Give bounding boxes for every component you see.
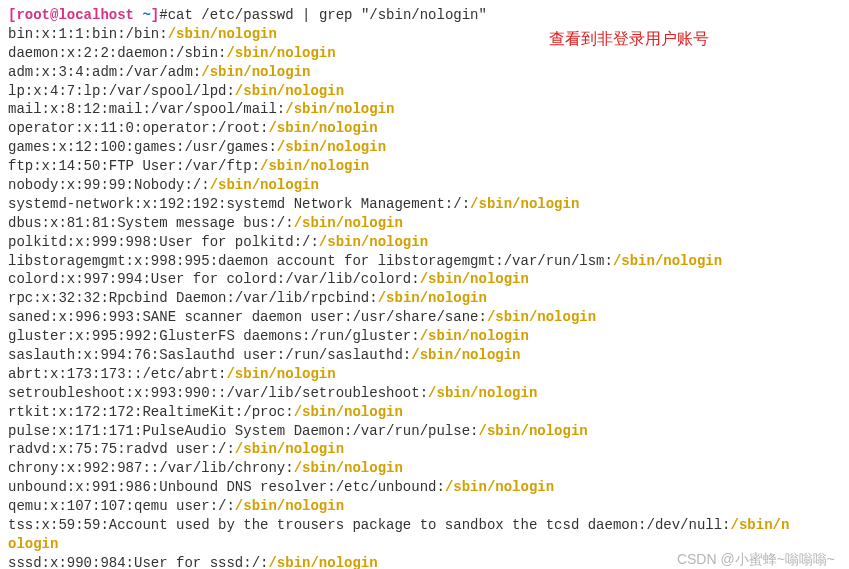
nologin-token: /sbin/nologin — [428, 385, 537, 401]
line-prefix: rpc:x:32:32:Rpcbind Daemon:/var/lib/rpcb… — [8, 290, 378, 306]
line-prefix: polkitd:x:999:998:User for polkitd:/: — [8, 234, 319, 250]
output-line: polkitd:x:999:998:User for polkitd:/:/sb… — [8, 233, 841, 252]
nologin-token: /sbin/nologin — [420, 328, 529, 344]
line-prefix: adm:x:3:4:adm:/var/adm: — [8, 64, 201, 80]
nologin-token: /sbin/nologin — [470, 196, 579, 212]
prompt-line: [root@localhost ~]#cat /etc/passwd | gre… — [8, 6, 841, 25]
annotation-text: 查看到非登录用户账号 — [549, 28, 709, 50]
line-prefix: pulse:x:171:171:PulseAudio System Daemon… — [8, 423, 478, 439]
output-line: sssd:x:990:984:User for sssd:/:/sbin/nol… — [8, 554, 841, 569]
nologin-token: /sbin/nologin — [487, 309, 596, 325]
prompt-user-host: root@localhost — [16, 7, 142, 23]
line-prefix: saslauth:x:994:76:Saslauthd user:/run/sa… — [8, 347, 411, 363]
output-line: gluster:x:995:992:GlusterFS daemons:/run… — [8, 327, 841, 346]
line-prefix: setroubleshoot:x:993:990::/var/lib/setro… — [8, 385, 428, 401]
output-line: rpc:x:32:32:Rpcbind Daemon:/var/lib/rpcb… — [8, 289, 841, 308]
nologin-token: /sbin/nologin — [285, 101, 394, 117]
output-line: colord:x:997:994:User for colord:/var/li… — [8, 270, 841, 289]
nologin-token: /sbin/nologin — [411, 347, 520, 363]
nologin-token: /sbin/nologin — [260, 158, 369, 174]
nologin-token: /sbin/nologin — [378, 290, 487, 306]
output-line: setroubleshoot:x:993:990::/var/lib/setro… — [8, 384, 841, 403]
nologin-token: /sbin/n — [731, 517, 790, 533]
line-prefix: radvd:x:75:75:radvd user:/: — [8, 441, 235, 457]
output-line: operator:x:11:0:operator:/root:/sbin/nol… — [8, 119, 841, 138]
output-line: ftp:x:14:50:FTP User:/var/ftp:/sbin/nolo… — [8, 157, 841, 176]
line-prefix: abrt:x:173:173::/etc/abrt: — [8, 366, 226, 382]
output-line: radvd:x:75:75:radvd user:/:/sbin/nologin — [8, 440, 841, 459]
line-prefix: libstoragemgmt:x:998:995:daemon account … — [8, 253, 613, 269]
nologin-token: /sbin/nologin — [235, 83, 344, 99]
nologin-token: /sbin/nologin — [294, 215, 403, 231]
nologin-token: /sbin/nologin — [268, 555, 377, 569]
nologin-token: /sbin/nologin — [235, 441, 344, 457]
nologin-token: /sbin/nologin — [210, 177, 319, 193]
prompt-cwd: ~ — [142, 7, 150, 23]
output-line: rtkit:x:172:172:RealtimeKit:/proc:/sbin/… — [8, 403, 841, 422]
line-prefix: ftp:x:14:50:FTP User:/var/ftp: — [8, 158, 260, 174]
line-prefix: gluster:x:995:992:GlusterFS daemons:/run… — [8, 328, 420, 344]
nologin-token: /sbin/nologin — [319, 234, 428, 250]
line-prefix: daemon:x:2:2:daemon:/sbin: — [8, 45, 226, 61]
nologin-token: /sbin/nologin — [268, 120, 377, 136]
output-line: libstoragemgmt:x:998:995:daemon account … — [8, 252, 841, 271]
output-line: saned:x:996:993:SANE scanner daemon user… — [8, 308, 841, 327]
line-prefix: chrony:x:992:987::/var/lib/chrony: — [8, 460, 294, 476]
output-line: nobody:x:99:99:Nobody:/:/sbin/nologin — [8, 176, 841, 195]
line-prefix: sssd:x:990:984:User for sssd:/: — [8, 555, 268, 569]
output-line: dbus:x:81:81:System message bus:/:/sbin/… — [8, 214, 841, 233]
line-prefix: operator:x:11:0:operator:/root: — [8, 120, 268, 136]
line-prefix: rtkit:x:172:172:RealtimeKit:/proc: — [8, 404, 294, 420]
output-line: systemd-network:x:192:192:systemd Networ… — [8, 195, 841, 214]
line-prefix: saned:x:996:993:SANE scanner daemon user… — [8, 309, 487, 325]
line-prefix: unbound:x:991:986:Unbound DNS resolver:/… — [8, 479, 445, 495]
nologin-token: /sbin/nologin — [168, 26, 277, 42]
line-prefix: dbus:x:81:81:System message bus:/: — [8, 215, 294, 231]
terminal-output: [root@localhost ~]#cat /etc/passwd | gre… — [8, 6, 841, 569]
line-prefix: nobody:x:99:99:Nobody:/: — [8, 177, 210, 193]
line-prefix: qemu:x:107:107:qemu user:/: — [8, 498, 235, 514]
command-text: cat /etc/passwd | grep "/sbin/nologin" — [168, 7, 487, 23]
line-prefix: mail:x:8:12:mail:/var/spool/mail: — [8, 101, 285, 117]
line-prefix: colord:x:997:994:User for colord:/var/li… — [8, 271, 420, 287]
nologin-token: /sbin/nologin — [235, 498, 344, 514]
output-line: abrt:x:173:173::/etc/abrt:/sbin/nologin — [8, 365, 841, 384]
line-prefix: systemd-network:x:192:192:systemd Networ… — [8, 196, 470, 212]
line-prefix: bin:x:1:1:bin:/bin: — [8, 26, 168, 42]
nologin-token: /sbin/nologin — [478, 423, 587, 439]
output-line: unbound:x:991:986:Unbound DNS resolver:/… — [8, 478, 841, 497]
output-line: qemu:x:107:107:qemu user:/:/sbin/nologin — [8, 497, 841, 516]
line-prefix: games:x:12:100:games:/usr/games: — [8, 139, 277, 155]
prompt-hash: # — [159, 7, 167, 23]
output-line: pulse:x:171:171:PulseAudio System Daemon… — [8, 422, 841, 441]
prompt-close-bracket: ] — [151, 7, 159, 23]
nologin-token: /sbin/nologin — [277, 139, 386, 155]
nologin-token: /sbin/nologin — [226, 45, 335, 61]
output-line: mail:x:8:12:mail:/var/spool/mail:/sbin/n… — [8, 100, 841, 119]
output-line: chrony:x:992:987::/var/lib/chrony:/sbin/… — [8, 459, 841, 478]
output-line-wrap: ologin — [8, 535, 841, 554]
nologin-token: /sbin/nologin — [226, 366, 335, 382]
nologin-token: /sbin/nologin — [613, 253, 722, 269]
nologin-token: /sbin/nologin — [294, 404, 403, 420]
output-line: games:x:12:100:games:/usr/games:/sbin/no… — [8, 138, 841, 157]
nologin-token: /sbin/nologin — [420, 271, 529, 287]
output-line: saslauth:x:994:76:Saslauthd user:/run/sa… — [8, 346, 841, 365]
output-line: tss:x:59:59:Account used by the trousers… — [8, 516, 841, 535]
nologin-token: /sbin/nologin — [294, 460, 403, 476]
nologin-token: ologin — [8, 536, 58, 552]
nologin-token: /sbin/nologin — [445, 479, 554, 495]
line-prefix: lp:x:4:7:lp:/var/spool/lpd: — [8, 83, 235, 99]
output-line: lp:x:4:7:lp:/var/spool/lpd:/sbin/nologin — [8, 82, 841, 101]
output-line: bin:x:1:1:bin:/bin:/sbin/nologin — [8, 25, 841, 44]
output-line: adm:x:3:4:adm:/var/adm:/sbin/nologin — [8, 63, 841, 82]
nologin-token: /sbin/nologin — [201, 64, 310, 80]
line-prefix: tss:x:59:59:Account used by the trousers… — [8, 517, 731, 533]
output-line: daemon:x:2:2:daemon:/sbin:/sbin/nologin — [8, 44, 841, 63]
